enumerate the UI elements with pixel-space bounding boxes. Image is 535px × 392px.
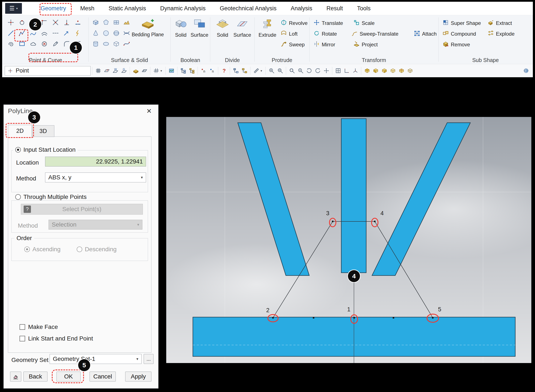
loft-button[interactable]: Loft [280, 28, 308, 39]
render-mode-icon[interactable] [522, 66, 530, 75]
view-cube-right-icon[interactable] [388, 66, 397, 75]
location-input[interactable]: 22.9225, 1.22941 [45, 157, 146, 167]
remove-button[interactable]: Remove [442, 39, 488, 50]
view-cube-back-icon[interactable] [406, 66, 414, 75]
boolean-solid-button[interactable]: Solid [172, 17, 189, 56]
coons-face-icon[interactable] [121, 28, 132, 38]
measure-icon[interactable] [252, 66, 260, 75]
view-cube-front-icon[interactable] [371, 66, 380, 75]
zoom-dynamic-icon[interactable] [296, 66, 305, 75]
nurbs-face-icon[interactable] [121, 38, 132, 49]
hash-grid-icon[interactable] [152, 66, 161, 75]
project-point-icon[interactable] [61, 17, 72, 28]
tab-2d[interactable]: 2D [8, 125, 32, 137]
spline-icon[interactable] [28, 28, 39, 38]
box-icon[interactable] [90, 17, 101, 28]
view-cube-left-icon[interactable] [380, 66, 388, 75]
rotate-button[interactable]: Rotate [313, 28, 351, 39]
point-icon[interactable] [5, 17, 16, 28]
main-menu-button[interactable]: ☰ ▾ [5, 3, 22, 14]
ucs-w-icon[interactable]: W [111, 66, 120, 75]
grid-snap-icon[interactable] [94, 66, 102, 75]
divide-solid-button[interactable]: Solid [213, 17, 232, 56]
revolve-button[interactable]: Revolve [280, 18, 308, 28]
shell-icon[interactable] [111, 38, 121, 49]
mirror-button[interactable]: Mirror [313, 39, 353, 50]
line-icon[interactable] [5, 28, 16, 38]
offset-curve-icon[interactable] [39, 28, 50, 38]
viewport-canvas[interactable]: 3 4 2 1 5 [166, 117, 531, 363]
extrude-button[interactable]: Extrude [256, 17, 278, 56]
divide-curve-icon[interactable] [28, 17, 39, 28]
tab-geotechnical-analysis[interactable]: Geotechnical Analysis [213, 2, 284, 14]
tab-analysis[interactable]: Analysis [284, 2, 319, 14]
terrain-face-icon[interactable] [121, 17, 132, 28]
fillet-icon[interactable] [61, 38, 72, 49]
dialog-title-bar[interactable]: PolyLine ✕ [4, 105, 158, 117]
circle-face-icon[interactable] [101, 28, 111, 38]
geometry-set-select[interactable]: Geometry Set-1 ▾ [50, 354, 142, 364]
snap-node-icon[interactable]: n [208, 66, 217, 75]
snap-point-icon[interactable]: n [199, 66, 208, 75]
attach-point-icon[interactable] [72, 17, 83, 28]
zoom-in-icon[interactable] [267, 66, 276, 75]
cylinder-icon[interactable] [90, 38, 101, 49]
grid-view-icon[interactable] [334, 66, 342, 75]
polyhedron-icon[interactable] [101, 17, 111, 28]
ascending-radio[interactable] [24, 247, 30, 252]
geometry-set-more-button[interactable]: ... [144, 354, 154, 364]
helix-icon[interactable] [5, 38, 16, 49]
chamfer-icon[interactable] [72, 38, 83, 49]
tab-3d[interactable]: 3D [32, 125, 54, 137]
pan-icon[interactable] [322, 66, 331, 75]
tab-static-analysis[interactable]: Static Analysis [102, 2, 153, 14]
point-combo[interactable]: Point [5, 66, 91, 75]
tab-geometry[interactable]: Geometry [33, 2, 73, 14]
view-cube-iso-icon[interactable] [397, 66, 406, 75]
break-curve-icon[interactable] [50, 28, 61, 38]
project-button[interactable]: Project [353, 39, 419, 50]
back-button[interactable]: Back [24, 372, 47, 382]
tab-dynamic-analysis[interactable]: Dynamic Analysis [153, 2, 213, 14]
tab-mesh[interactable]: Mesh [73, 2, 102, 14]
sweep-translate-button[interactable]: Sweep-Translate [351, 28, 414, 39]
works-tree-icon[interactable] [188, 66, 196, 75]
extract-button[interactable]: Extract [488, 18, 512, 28]
tab-tools[interactable]: Tools [350, 2, 378, 14]
gcs-g-icon[interactable]: G [120, 66, 128, 75]
ellipse-face-icon[interactable] [101, 38, 111, 49]
link-start-end-checkbox[interactable] [19, 336, 25, 341]
translate-button[interactable]: Translate [313, 18, 353, 28]
cancel-button[interactable]: Cancel [90, 372, 116, 382]
zoom-fit-icon[interactable] [288, 66, 296, 75]
sweep-button[interactable]: Sweep [280, 39, 308, 50]
extend-curve-icon[interactable] [61, 28, 72, 38]
bedding-plane-button[interactable]: Bedding Plane [132, 17, 164, 56]
cone-icon[interactable] [90, 28, 101, 38]
grid-face-icon[interactable] [111, 17, 121, 28]
descending-radio[interactable] [77, 247, 82, 252]
input-start-location-radio[interactable] [15, 147, 21, 153]
delete-curve-icon[interactable] [39, 38, 50, 49]
axis-iso-icon[interactable] [351, 66, 360, 75]
rectangle-icon[interactable] [16, 38, 28, 49]
point-on-curve-icon[interactable] [16, 17, 28, 28]
flow-tree-gold-icon[interactable] [240, 66, 249, 75]
boolean-surface-button[interactable]: Surface [190, 17, 208, 56]
apply-button[interactable]: Apply [125, 372, 152, 382]
query-help-icon[interactable]: ? [220, 66, 228, 75]
workplane-icon[interactable] [102, 66, 111, 75]
polyline-icon[interactable] [16, 28, 28, 38]
rotate-cw-view-icon[interactable] [313, 66, 322, 75]
sphere-icon[interactable] [111, 28, 121, 38]
cloud-curve-icon[interactable] [28, 38, 39, 49]
axis-origin-icon[interactable] [342, 66, 351, 75]
scale-button[interactable]: Scale [353, 18, 419, 28]
select-points-button[interactable]: ? Select Point(s) [21, 204, 143, 215]
attach-button[interactable]: Attach [414, 28, 437, 39]
method-select[interactable]: ABS x, y ▾ [45, 173, 146, 182]
sketch-icon[interactable] [50, 38, 61, 49]
map-texture-icon[interactable] [167, 66, 176, 75]
zoom-window-icon[interactable] [276, 66, 284, 75]
super-shape-button[interactable]: Super Shape [442, 18, 488, 28]
